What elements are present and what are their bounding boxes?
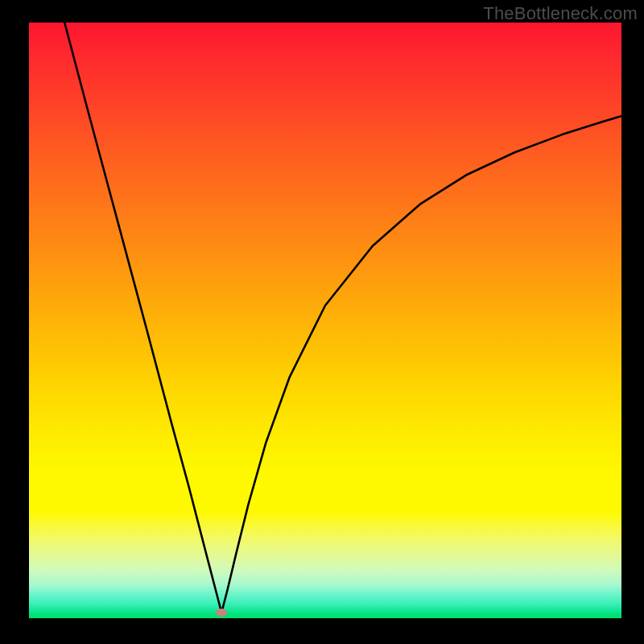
minimum-marker <box>216 609 227 617</box>
bottleneck-curve <box>29 23 621 618</box>
plot-area <box>29 23 621 618</box>
watermark-text: TheBottleneck.com <box>483 3 638 24</box>
curve-path <box>64 23 621 613</box>
chart-frame: TheBottleneck.com <box>0 0 644 644</box>
